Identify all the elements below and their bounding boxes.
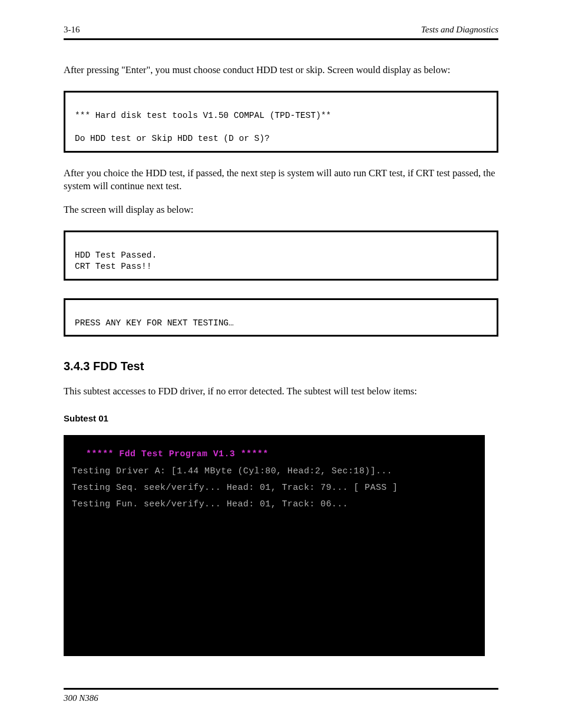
intro-text: After pressing "Enter", you must choose … <box>64 64 498 77</box>
box2-line1: HDD Test Passed. <box>75 251 157 260</box>
terminal-line3: Testing Fun. seek/verify... Head: 01, Tr… <box>72 496 477 512</box>
section-title: 3.4.3 FDD Test <box>64 358 498 374</box>
terminal-line1: Testing Driver A: [1.44 MByte (Cyl:80, H… <box>72 463 477 479</box>
fdd-paragraph: This subtest accesses to FDD driver, if … <box>64 385 498 398</box>
chapter-title: Tests and Diagnostics <box>421 24 498 36</box>
message-box-press-any-key: PRESS ANY KEY FOR NEXT TESTING… <box>64 298 498 337</box>
box3-text: PRESS ANY KEY FOR NEXT TESTING… <box>75 318 234 328</box>
footer-rule <box>64 688 498 690</box>
subtest-label: Subtest 01 <box>64 412 498 424</box>
box1-line2: Do HDD test or Skip HDD test (D or S)? <box>75 134 270 143</box>
footer-model: 300 N386 <box>64 692 498 704</box>
after-box1-p2: The screen will display as below: <box>64 203 498 216</box>
message-box-hdd-prompt: *** Hard disk test tools V1.50 COMPAL (T… <box>64 91 498 152</box>
terminal-screenshot: ***** Fdd Test Program V1.3 ***** Testin… <box>64 435 485 656</box>
box2-line2: CRT Test Pass!! <box>75 262 152 271</box>
page-number: 3-16 <box>64 24 80 36</box>
terminal-title: ***** Fdd Test Program V1.3 ***** <box>86 446 477 462</box>
after-box1-p1: After you choice the HDD test, if passed… <box>64 167 498 193</box>
box1-line1: *** Hard disk test tools V1.50 COMPAL (T… <box>75 111 331 120</box>
message-box-test-pass: HDD Test Passed. CRT Test Pass!! <box>64 230 498 281</box>
terminal-line2: Testing Seq. seek/verify... Head: 01, Tr… <box>72 479 477 496</box>
